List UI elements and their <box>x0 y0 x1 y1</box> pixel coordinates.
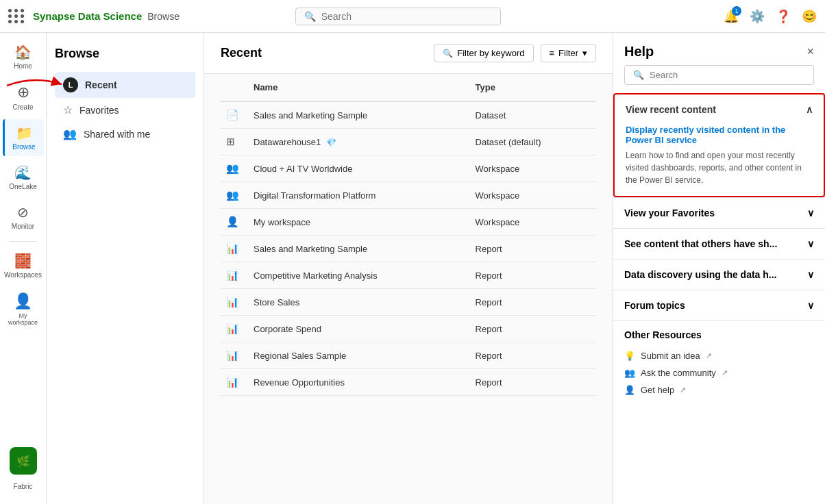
table-row[interactable]: 📊 Revenue Opportunities Report <box>221 369 596 396</box>
create-icon: ⊕ <box>17 84 29 101</box>
help-section-data-discovery-header[interactable]: Data discovery using the data h... ∨ <box>613 260 825 290</box>
fabric-label: Fabric <box>14 483 33 490</box>
table-row[interactable]: 📊 Regional Sales Sample Report <box>221 342 596 369</box>
filter-by-keyword-button[interactable]: 🔍 Filter by keyword <box>434 44 533 62</box>
global-search-input[interactable] <box>321 11 492 22</box>
help-search-bar[interactable]: 🔍 <box>624 65 814 85</box>
profile-button[interactable]: 😊 <box>802 9 817 24</box>
onelake-icon: 🌊 <box>14 164 32 181</box>
table-row[interactable]: 📊 Competitive Marketing Analysis Report <box>221 262 596 289</box>
nav-item-onelake[interactable]: 🌊 OneLake <box>3 159 44 196</box>
fabric-logo[interactable]: 🌿 <box>10 447 37 475</box>
nav-item-browse[interactable]: 📁 Browse <box>3 119 44 156</box>
row-name: Regional Sales Sample <box>254 351 346 361</box>
help-button[interactable]: ❓ <box>776 9 791 24</box>
notifications-button[interactable]: 🔔 1 <box>724 9 739 24</box>
browse-sidebar-title: Browse <box>55 47 195 61</box>
help-section-view-recent-title: View recent content <box>626 104 716 115</box>
help-close-button[interactable]: × <box>806 45 814 59</box>
workspaces-icon: 🧱 <box>14 253 32 269</box>
table-wrapper: Name Type 📄 Sales and Marketing Sample D… <box>204 74 613 504</box>
myworkspace-icon: 👤 <box>14 292 32 310</box>
filter-icon: ≡ <box>550 48 555 58</box>
help-section-view-recent-link[interactable]: Display recently visited content in the … <box>626 125 813 145</box>
nav-label-create: Create <box>12 103 33 111</box>
resource-get-help-label: Get help <box>641 385 674 395</box>
col-name: Name <box>248 74 470 101</box>
nav-divider <box>10 241 37 242</box>
row-type: Report <box>470 342 596 369</box>
settings-button[interactable]: ⚙️ <box>750 9 765 24</box>
table-row[interactable]: 👤 My workspace Workspace <box>221 209 596 236</box>
main-layout: 🏠 Home ⊕ Create 📁 Browse 🌊 OneLake ⊘ Mon… <box>0 33 825 504</box>
row-icon: 📊 <box>226 242 239 254</box>
table-row[interactable]: ⊞ Datawarehouse1 💎 Dataset (default) <box>221 129 596 155</box>
row-name: Corporate Spend <box>254 324 321 334</box>
row-icon: 📊 <box>226 376 239 388</box>
help-section-favorites-title: View your Favorites <box>624 207 715 218</box>
help-section-data-discovery: Data discovery using the data h... ∨ <box>613 259 825 290</box>
recent-table: Name Type 📄 Sales and Marketing Sample D… <box>221 74 596 396</box>
help-section-view-recent-header[interactable]: View recent content ∧ <box>615 94 824 125</box>
home-icon: 🏠 <box>14 44 32 60</box>
row-type: Dataset <box>470 101 596 129</box>
other-resources: Other Resources 💡 Submit an idea ↗ 👥 Ask… <box>613 320 825 407</box>
external-link-icon-1: ↗ <box>706 351 712 360</box>
browse-sidebar: Browse L Recent ☆ Favorites 👥 <box>47 33 204 504</box>
resource-ask-community[interactable]: 👥 Ask the community ↗ <box>624 364 814 381</box>
row-type: Workspace <box>470 155 596 182</box>
apps-menu-button[interactable] <box>8 9 25 23</box>
diamond-badge: 💎 <box>326 138 336 147</box>
row-type: Workspace <box>470 209 596 236</box>
chevron-down-icon-1: ∨ <box>807 207 814 218</box>
row-type: Workspace <box>470 182 596 209</box>
nav-item-myworkspace[interactable]: 👤 My workspace <box>3 287 44 331</box>
nav-label-home: Home <box>14 62 32 70</box>
main-content: Recent 🔍 Filter by keyword ≡ Filter ▾ <box>204 33 613 504</box>
help-section-forum-header[interactable]: Forum topics ∨ <box>613 290 825 320</box>
brand-name[interactable]: Synapse Data Science <box>33 10 142 22</box>
help-section-see-content-title: See content that others have sh... <box>624 238 777 249</box>
global-search-bar[interactable]: 🔍 <box>295 8 501 25</box>
nav-item-home[interactable]: 🏠 Home <box>3 38 44 75</box>
help-search-input[interactable] <box>650 70 805 80</box>
browse-item-favorites[interactable]: ☆ Favorites <box>55 98 195 122</box>
filter-button[interactable]: ≡ Filter ▾ <box>541 44 596 62</box>
row-name: Revenue Opportunities <box>254 377 345 388</box>
row-icon: 📊 <box>226 296 239 307</box>
table-row[interactable]: 📄 Sales and Marketing Sample Dataset <box>221 101 596 129</box>
nav-item-create[interactable]: ⊕ Create <box>3 78 44 116</box>
help-person-icon: 👤 <box>624 385 635 395</box>
nav-item-workspaces[interactable]: 🧱 Workspaces <box>3 247 44 284</box>
table-row[interactable]: 📊 Sales and Marketing Sample Report <box>221 236 596 262</box>
help-header: Help × <box>613 33 825 65</box>
row-icon: 👥 <box>226 189 239 201</box>
help-section-see-content-header[interactable]: See content that others have sh... ∨ <box>613 229 825 259</box>
external-link-icon-3: ↗ <box>680 386 686 394</box>
browse-item-shared[interactable]: 👥 Shared with me <box>55 122 195 146</box>
help-section-data-discovery-title: Data discovery using the data h... <box>624 269 777 280</box>
chevron-up-icon: ∧ <box>806 104 813 115</box>
row-type: Report <box>470 236 596 262</box>
brand-browse: Browse <box>147 11 180 22</box>
resource-get-help[interactable]: 👤 Get help ↗ <box>624 381 814 399</box>
row-type: Dataset (default) <box>470 129 596 155</box>
table-row[interactable]: 👥 Cloud + AI TV Worldwide Workspace <box>221 155 596 182</box>
table-row[interactable]: 📊 Corporate Spend Report <box>221 316 596 342</box>
resource-submit-idea[interactable]: 💡 Submit an idea ↗ <box>624 347 814 364</box>
browse-item-recent[interactable]: L Recent <box>55 72 195 98</box>
help-section-forum-title: Forum topics <box>624 300 685 311</box>
nav-item-monitor[interactable]: ⊘ Monitor <box>3 199 44 236</box>
col-icon <box>221 74 248 101</box>
row-name: Datawarehouse1 <box>254 137 321 147</box>
other-resources-title: Other Resources <box>624 329 814 340</box>
row-icon: 📊 <box>226 269 239 281</box>
topbar: Synapse Data Science Browse 🔍 🔔 1 ⚙️ ❓ 😊 <box>0 0 825 33</box>
table-row[interactable]: 👥 Digital Transformation Platform Worksp… <box>221 182 596 209</box>
help-panel: Help × 🔍 View recent content ∧ Display r… <box>613 33 825 504</box>
browse-item-favorites-label: Favorites <box>79 105 119 116</box>
table-row[interactable]: 📊 Store Sales Report <box>221 289 596 316</box>
resource-community-label: Ask the community <box>641 368 716 378</box>
help-section-favorites-header[interactable]: View your Favorites ∨ <box>613 198 825 228</box>
row-name: Store Sales <box>254 297 299 307</box>
